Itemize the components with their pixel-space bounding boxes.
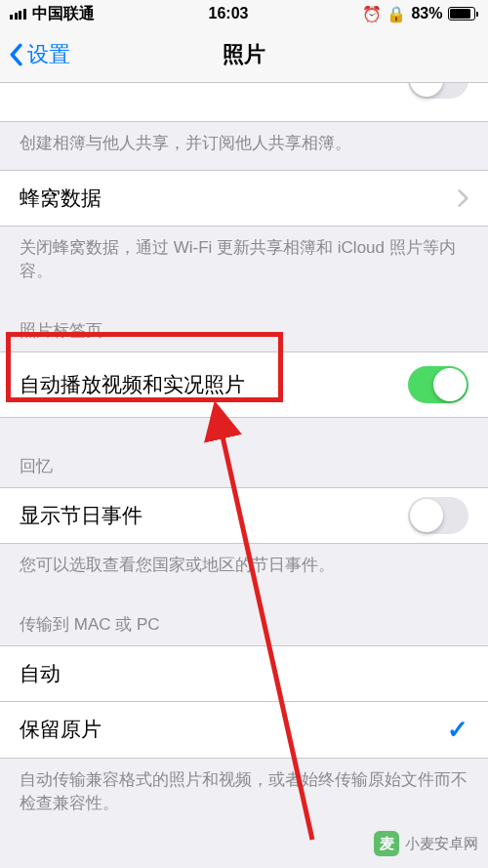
checkmark-icon: ✓ (447, 715, 468, 745)
watermark-text: 小麦安卓网 (405, 835, 478, 853)
transfer-auto-row[interactable]: 自动 (0, 645, 488, 702)
shared-albums-toggle[interactable] (408, 83, 468, 99)
chevron-right-icon (458, 189, 468, 207)
shared-albums-row-partial (0, 83, 488, 122)
holiday-events-row: 显示节日事件 (0, 487, 488, 544)
back-label: 设置 (27, 40, 70, 69)
watermark: 麦 小麦安卓网 (374, 831, 478, 856)
memories-header: 回忆 (0, 418, 488, 487)
alarm-icon: ⏰ (362, 5, 382, 23)
transfer-header: 传输到 MAC 或 PC (0, 592, 488, 645)
signal-icon (10, 9, 26, 20)
clock: 16:03 (95, 5, 363, 22)
autoplay-label: 自动播放视频和实况照片 (20, 371, 408, 398)
page-title: 照片 (0, 40, 488, 69)
transfer-keep-label: 保留原片 (20, 716, 447, 743)
autoplay-toggle[interactable] (408, 366, 468, 403)
transfer-keep-row[interactable]: 保留原片 ✓ (0, 702, 488, 759)
transfer-footer: 自动传输兼容格式的照片和视频，或者始终传输原始文件而不检查兼容性。 (0, 759, 488, 830)
holiday-events-toggle[interactable] (408, 497, 468, 534)
back-button[interactable]: 设置 (0, 40, 70, 69)
shared-albums-footer: 创建相簿与他人共享，并订阅他人共享相簿。 (0, 122, 488, 170)
cellular-data-row[interactable]: 蜂窝数据 (0, 170, 488, 227)
orientation-lock-icon: 🔒 (386, 5, 406, 23)
nav-bar: 设置 照片 (0, 27, 488, 83)
cellular-data-footer: 关闭蜂窝数据，通过 Wi-Fi 更新共享相簿和 iCloud 照片等内容。 (0, 227, 488, 298)
carrier-label: 中国联通 (32, 4, 95, 24)
photos-tab-header: 照片标签页 (0, 298, 488, 351)
autoplay-row: 自动播放视频和实况照片 (0, 351, 488, 418)
transfer-auto-label: 自动 (20, 660, 468, 687)
battery-percent: 83% (411, 5, 442, 22)
holiday-events-label: 显示节日事件 (20, 502, 408, 529)
status-bar: 中国联通 16:03 ⏰ 🔒 83% (0, 0, 488, 27)
holiday-events-footer: 您可以选取查看您国家或地区的节日事件。 (0, 544, 488, 592)
battery-icon (448, 7, 479, 21)
cellular-data-label: 蜂窝数据 (20, 185, 458, 212)
chevron-left-icon (8, 43, 23, 66)
watermark-logo-icon: 麦 (374, 831, 399, 856)
